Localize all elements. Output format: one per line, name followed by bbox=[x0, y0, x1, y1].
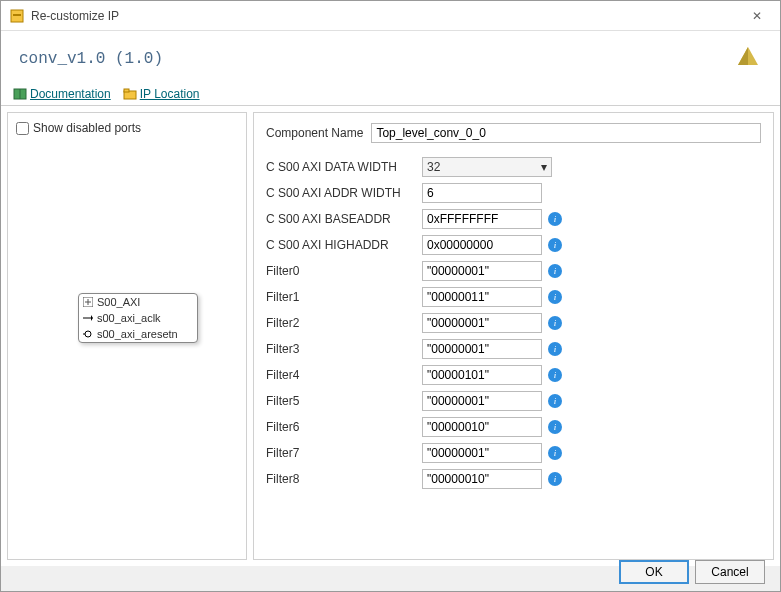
chevron-down-icon: ▾ bbox=[541, 160, 547, 174]
right-pane: Component Name C S00 AXI DATA WIDTH32▾C … bbox=[253, 112, 774, 560]
svg-rect-7 bbox=[124, 89, 129, 92]
info-icon[interactable]: i bbox=[548, 316, 562, 330]
param-input[interactable] bbox=[422, 261, 542, 281]
param-input[interactable] bbox=[422, 313, 542, 333]
param-input[interactable] bbox=[422, 391, 542, 411]
param-label: Filter7 bbox=[266, 446, 416, 460]
cancel-button[interactable]: Cancel bbox=[695, 560, 765, 584]
param-label: C S00 AXI DATA WIDTH bbox=[266, 160, 416, 174]
info-icon[interactable]: i bbox=[548, 446, 562, 460]
header: conv_v1.0 (1.0) bbox=[1, 31, 780, 83]
book-icon bbox=[13, 87, 27, 101]
block-port-label: S00_AXI bbox=[97, 296, 140, 308]
param-row: C S00 AXI HIGHADDRi bbox=[266, 235, 761, 255]
param-input[interactable] bbox=[422, 235, 542, 255]
info-icon[interactable]: i bbox=[548, 290, 562, 304]
component-name-row: Component Name bbox=[266, 123, 761, 143]
window-title: Re-customize IP bbox=[31, 9, 742, 23]
block-port-s00-axi: S00_AXI bbox=[79, 294, 197, 310]
param-row: Filter3i bbox=[266, 339, 761, 359]
info-icon[interactable]: i bbox=[548, 264, 562, 278]
param-input[interactable] bbox=[422, 339, 542, 359]
param-label: Filter4 bbox=[266, 368, 416, 382]
param-label: C S00 AXI BASEADDR bbox=[266, 212, 416, 226]
param-row: Filter6i bbox=[266, 417, 761, 437]
param-label: C S00 AXI HIGHADDR bbox=[266, 238, 416, 252]
param-input[interactable] bbox=[422, 183, 542, 203]
parameter-list: C S00 AXI DATA WIDTH32▾C S00 AXI ADDR WI… bbox=[266, 157, 761, 489]
param-input[interactable] bbox=[422, 417, 542, 437]
ip-location-label: IP Location bbox=[140, 87, 200, 101]
param-input[interactable] bbox=[422, 443, 542, 463]
param-row: Filter8i bbox=[266, 469, 761, 489]
param-input[interactable] bbox=[422, 287, 542, 307]
component-name-input[interactable] bbox=[371, 123, 761, 143]
param-label: Filter1 bbox=[266, 290, 416, 304]
param-label: Filter2 bbox=[266, 316, 416, 330]
ip-location-link[interactable]: IP Location bbox=[123, 87, 200, 101]
titlebar: Re-customize IP ✕ bbox=[1, 1, 780, 31]
port-reset-icon bbox=[83, 329, 93, 339]
ip-name: conv_v1.0 (1.0) bbox=[19, 50, 734, 68]
param-row: Filter0i bbox=[266, 261, 761, 281]
vendor-logo-icon bbox=[734, 45, 762, 73]
param-row: C S00 AXI DATA WIDTH32▾ bbox=[266, 157, 761, 177]
documentation-label: Documentation bbox=[30, 87, 111, 101]
ok-button[interactable]: OK bbox=[619, 560, 689, 584]
folder-icon bbox=[123, 87, 137, 101]
footer: OK Cancel bbox=[619, 560, 765, 584]
param-label: Filter6 bbox=[266, 420, 416, 434]
info-icon[interactable]: i bbox=[548, 342, 562, 356]
param-select-value: 32 bbox=[427, 160, 440, 174]
block-diagram: S00_AXI s00_axi_aclk s00_axi_aresetn bbox=[78, 293, 198, 343]
documentation-link[interactable]: Documentation bbox=[13, 87, 111, 101]
param-label: C S00 AXI ADDR WIDTH bbox=[266, 186, 416, 200]
info-icon[interactable]: i bbox=[548, 472, 562, 486]
param-row: Filter7i bbox=[266, 443, 761, 463]
port-in-icon bbox=[83, 313, 93, 323]
param-row: Filter4i bbox=[266, 365, 761, 385]
info-icon[interactable]: i bbox=[548, 394, 562, 408]
svg-marker-12 bbox=[91, 315, 93, 321]
app-icon bbox=[9, 8, 25, 24]
param-label: Filter0 bbox=[266, 264, 416, 278]
show-disabled-ports-label: Show disabled ports bbox=[33, 121, 141, 135]
close-button[interactable]: ✕ bbox=[742, 9, 772, 23]
component-name-label: Component Name bbox=[266, 126, 363, 140]
svg-rect-1 bbox=[13, 14, 21, 16]
show-disabled-ports-checkbox[interactable]: Show disabled ports bbox=[16, 121, 238, 135]
param-row: C S00 AXI ADDR WIDTH bbox=[266, 183, 761, 203]
param-input[interactable] bbox=[422, 469, 542, 489]
content: Show disabled ports S00_AXI s00_axi_aclk… bbox=[1, 106, 780, 566]
left-pane: Show disabled ports S00_AXI s00_axi_aclk… bbox=[7, 112, 247, 560]
param-label: Filter5 bbox=[266, 394, 416, 408]
svg-marker-3 bbox=[738, 47, 748, 65]
info-icon[interactable]: i bbox=[548, 238, 562, 252]
param-row: Filter1i bbox=[266, 287, 761, 307]
param-input[interactable] bbox=[422, 209, 542, 229]
param-label: Filter3 bbox=[266, 342, 416, 356]
block-port-label: s00_axi_aclk bbox=[97, 312, 161, 324]
svg-point-13 bbox=[85, 331, 91, 337]
info-icon[interactable]: i bbox=[548, 368, 562, 382]
block-port-aclk: s00_axi_aclk bbox=[79, 310, 197, 326]
block-port-label: s00_axi_aresetn bbox=[97, 328, 178, 340]
param-select[interactable]: 32▾ bbox=[422, 157, 552, 177]
param-row: Filter5i bbox=[266, 391, 761, 411]
linkbar: Documentation IP Location bbox=[1, 83, 780, 106]
plus-icon[interactable] bbox=[83, 297, 93, 307]
block-port-aresetn: s00_axi_aresetn bbox=[79, 326, 197, 342]
info-icon[interactable]: i bbox=[548, 420, 562, 434]
show-disabled-ports-input[interactable] bbox=[16, 122, 29, 135]
info-icon[interactable]: i bbox=[548, 212, 562, 226]
param-row: C S00 AXI BASEADDRi bbox=[266, 209, 761, 229]
param-row: Filter2i bbox=[266, 313, 761, 333]
param-label: Filter8 bbox=[266, 472, 416, 486]
param-input[interactable] bbox=[422, 365, 542, 385]
